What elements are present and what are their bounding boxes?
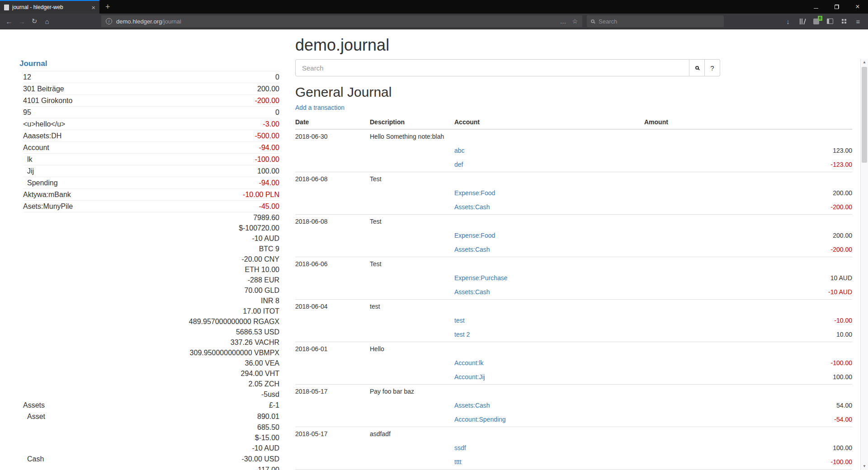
home-icon[interactable]: ⌂: [41, 15, 53, 28]
menu-icon[interactable]: ≡: [852, 15, 864, 28]
account-name-cell: 12: [23, 71, 114, 83]
posting-account-link[interactable]: Assets:Cash: [454, 246, 490, 253]
posting-amount: -100.00: [644, 356, 852, 370]
account-name-cell: [23, 327, 114, 337]
spacer-cell: [370, 399, 454, 413]
grid-glyph-icon: [842, 19, 846, 24]
posting-row: abc123.00: [295, 144, 852, 158]
url-bar[interactable]: i demo.hledger.org/journal … ☆: [101, 15, 582, 27]
new-tab-button[interactable]: +: [99, 0, 116, 14]
spacer-cell: [370, 356, 454, 370]
add-transaction-link[interactable]: Add a transaction: [295, 104, 344, 111]
sidebar-account-link[interactable]: <u>hello</u>: [23, 120, 65, 128]
sidebar-account-link[interactable]: Cash: [27, 455, 44, 463]
sidebar-account-link[interactable]: Aaasets:DH: [23, 132, 61, 140]
sidebar-glyph-icon: [827, 19, 833, 24]
extension-icon[interactable]: 0: [810, 15, 822, 28]
posting-account-link[interactable]: Expense:Purchase: [454, 274, 508, 282]
account-balance: 70.00 GLD: [114, 285, 279, 296]
browser-search-bar[interactable]: Search: [587, 15, 724, 27]
account-balance: -45.00: [114, 201, 279, 212]
posting-account-link[interactable]: test: [454, 317, 465, 324]
window-minimize-button[interactable]: [806, 0, 826, 14]
account-name-cell: Cash: [23, 453, 114, 465]
page-content: Journal 120301 Beiträge200.004101 Giroko…: [0, 29, 868, 470]
posting-account-link[interactable]: Account:lk: [454, 359, 484, 367]
library-glyph-icon: [800, 18, 804, 24]
browser-tab[interactable]: journal - hledger-web ×: [0, 0, 99, 14]
sidebar-account-link[interactable]: 301 Beiträge: [23, 85, 64, 93]
bookmark-star-icon[interactable]: ☆: [572, 18, 578, 25]
page-actions-icon[interactable]: …: [560, 18, 566, 25]
back-icon[interactable]: ←: [3, 15, 15, 28]
spacer-cell: [644, 215, 852, 229]
posting-account-link[interactable]: Account:Jij: [454, 373, 485, 381]
tab-favicon-icon: [4, 5, 9, 10]
sidebar-account-link[interactable]: Asets:MunyPile: [23, 202, 73, 210]
download-icon[interactable]: ↓: [782, 15, 794, 28]
site-info-icon[interactable]: i: [106, 18, 112, 24]
sidebar-account-link[interactable]: lk: [27, 155, 33, 163]
sidebar-account-link[interactable]: Assets: [23, 401, 45, 409]
account-row: <u>hello</u>-3.00: [23, 118, 279, 130]
sidebar-account-link[interactable]: 4101 Girokonto: [23, 97, 72, 104]
grid-icon[interactable]: [838, 15, 850, 28]
sidebar-account-link[interactable]: Account: [23, 144, 49, 151]
account-name-cell: [23, 389, 114, 400]
posting-account-link[interactable]: Expense:Food: [454, 232, 495, 239]
column-header-account: Account: [454, 116, 644, 129]
page-scrollbar[interactable]: ▲ ▼: [860, 59, 868, 470]
scrollbar-down-icon[interactable]: ▼: [861, 463, 868, 470]
spacer-cell: [370, 370, 454, 385]
tab-close-icon[interactable]: ×: [91, 4, 95, 11]
search-help-button[interactable]: ?: [705, 59, 720, 76]
journal-search-input[interactable]: [295, 59, 689, 76]
posting-account-link[interactable]: test 2: [454, 331, 470, 338]
posting-account-link[interactable]: def: [454, 161, 463, 168]
posting-account-link[interactable]: Assets:Cash: [454, 402, 490, 409]
search-submit-button[interactable]: [689, 59, 705, 76]
posting-account-cell: Expense:Purchase: [454, 271, 644, 285]
sidebar-account-link[interactable]: Aktywa:mBank: [23, 191, 71, 198]
extension-badge: 0: [818, 16, 822, 21]
posting-amount: 200.00: [644, 186, 852, 200]
window-close-button[interactable]: ×: [847, 0, 868, 14]
posting-account-cell: test 2: [454, 328, 644, 342]
account-row: -10 AUD: [23, 443, 279, 453]
sidebar-account-link[interactable]: 12: [23, 73, 31, 81]
sidebar-journal-link[interactable]: Journal: [19, 59, 47, 68]
window-restore-button[interactable]: [826, 0, 847, 14]
transaction-description: Pay foo bar baz: [370, 385, 454, 399]
account-row: 120: [23, 71, 279, 83]
scrollbar-thumb[interactable]: [862, 67, 867, 163]
sidebar-toggle-icon[interactable]: [824, 15, 836, 28]
account-row: 294.00 VHT: [23, 368, 279, 379]
sidebar-account-link[interactable]: Jij: [27, 167, 34, 175]
sidebar-account-link[interactable]: Asset: [27, 413, 45, 420]
spacer-cell: [295, 243, 370, 257]
posting-account-link[interactable]: abc: [454, 147, 465, 154]
reload-icon[interactable]: ↻: [28, 15, 41, 28]
spacer-cell: [644, 129, 852, 144]
posting-account-link[interactable]: ssdf: [454, 444, 466, 451]
library-icon[interactable]: [796, 15, 808, 28]
account-name-cell: Assets: [23, 400, 114, 411]
sidebar-account-link[interactable]: Spending: [27, 179, 58, 187]
scrollbar-up-icon[interactable]: ▲: [861, 59, 868, 66]
transaction-date: 2018-06-30: [295, 129, 370, 144]
spacer-cell: [295, 271, 370, 285]
posting-account-link[interactable]: Assets:Cash: [454, 203, 490, 211]
posting-account-link[interactable]: Expense:Food: [454, 189, 495, 197]
posting-account-link[interactable]: Account:Spending: [454, 416, 506, 423]
spacer-cell: [295, 455, 370, 470]
spacer-cell: [295, 413, 370, 427]
posting-account-link[interactable]: Assets:Cash: [454, 288, 490, 296]
forward-icon[interactable]: →: [15, 15, 28, 28]
account-row: Aktywa:mBank-10.00 PLN: [23, 189, 279, 201]
transaction-date: 2018-06-04: [295, 300, 370, 314]
sidebar-account-link[interactable]: 95: [23, 108, 31, 116]
posting-account-link[interactable]: tttt: [454, 458, 462, 465]
account-row: -5usd: [23, 389, 279, 400]
transaction-description: test: [370, 300, 454, 314]
account-name-cell: lk: [23, 154, 114, 165]
